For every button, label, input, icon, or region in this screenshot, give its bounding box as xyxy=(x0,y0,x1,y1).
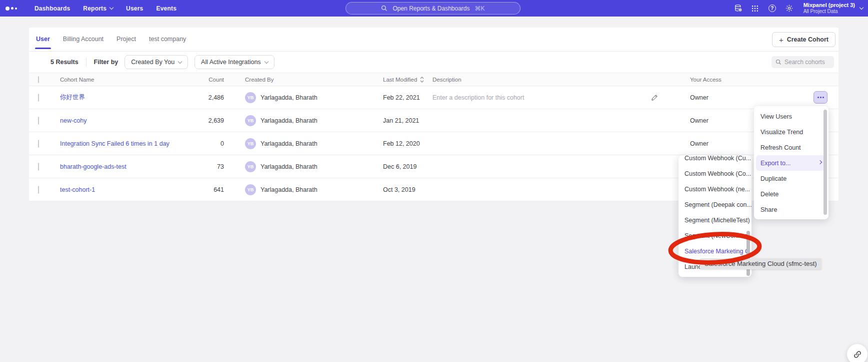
cohort-name-link[interactable]: test-cohort-1 xyxy=(60,186,95,193)
nav-links: Dashboards Reports Users Events xyxy=(28,0,183,17)
last-modified-date: Dec 6, 2019 xyxy=(379,163,432,170)
export-submenu-item[interactable]: Custom Webhook (Co... xyxy=(678,166,752,181)
tab[interactable]: test company xyxy=(148,36,187,51)
apps-grid-icon[interactable] xyxy=(751,4,760,13)
cohort-name-link[interactable]: Integration Sync Failed 6 times in 1 day xyxy=(60,140,170,147)
integrations-filter-dropdown[interactable]: All Active Integrations xyxy=(194,55,274,69)
avatar: YB xyxy=(245,184,256,195)
table-row: new-cohy 2,639 YB Yarlagadda, Bharath Ja… xyxy=(29,109,838,132)
cohort-name-link[interactable]: bharath-google-ads-test xyxy=(60,163,126,170)
col-last-modified[interactable]: Last Modified xyxy=(379,77,432,83)
context-menu-item[interactable]: View Users xyxy=(754,109,828,124)
creator-name: Yarlagadda, Bharath xyxy=(260,140,318,147)
context-menu-item[interactable]: Delete xyxy=(754,186,828,202)
chevron-down-icon xyxy=(110,6,114,10)
col-created-by: Created By xyxy=(224,77,379,83)
last-modified-date: Feb 22, 2021 xyxy=(379,94,432,101)
context-menu-item-label: Delete xyxy=(760,191,778,198)
row-checkbox[interactable] xyxy=(38,163,39,171)
export-submenu-item[interactable]: Segment (MichelleTest) xyxy=(678,212,752,228)
last-modified-date: Oct 3, 2019 xyxy=(379,186,432,193)
export-submenu-item[interactable]: Salesforce Marketing C... xyxy=(678,243,752,259)
row-checkbox[interactable] xyxy=(38,186,39,194)
tab[interactable]: Project xyxy=(116,36,137,51)
export-submenu-item-label: Segment (MichelleTest) xyxy=(684,217,750,224)
description-placeholder[interactable]: Enter a description for this cohort xyxy=(432,94,524,101)
project-scope: All Project Data xyxy=(804,9,855,15)
project-name: Mixpanel (project 3) xyxy=(804,2,855,9)
nav-item[interactable]: Dashboards xyxy=(28,0,76,17)
context-menu-item-label: Duplicate xyxy=(760,175,786,182)
creator-name: Yarlagadda, Bharath xyxy=(260,163,318,170)
search-icon xyxy=(776,59,782,65)
cohort-name-link[interactable]: 你好世界 xyxy=(60,94,85,101)
avatar: YB xyxy=(245,138,256,149)
row-checkbox[interactable] xyxy=(38,140,39,148)
table-row: 你好世界 2,486 YB Yarlagadda, Bharath Feb 22… xyxy=(29,86,838,109)
context-menu-scrollbar[interactable] xyxy=(824,110,827,215)
row-more-actions-button[interactable] xyxy=(814,91,828,104)
edit-pencil-icon[interactable] xyxy=(651,94,658,101)
results-count: 5 Results xyxy=(50,59,78,66)
export-submenu-item-label: Custom Webhook (Co... xyxy=(684,170,751,177)
keyboard-shortcut: ⌘K xyxy=(475,5,485,12)
table-row: Integration Sync Failed 6 times in 1 day… xyxy=(29,132,838,155)
integrations-filter-label: All Active Integrations xyxy=(201,59,261,66)
context-menu-item[interactable]: Duplicate xyxy=(754,171,828,186)
last-modified-date: Jan 21, 2021 xyxy=(379,117,432,124)
nav-item[interactable]: Users xyxy=(120,0,150,17)
nav-right: ? Mixpanel (project 3) All Project Data xyxy=(734,0,863,17)
col-description: Description xyxy=(432,77,662,83)
context-menu-item[interactable]: Export to... xyxy=(756,155,826,171)
global-search-label: Open Reports & Dashboards xyxy=(392,5,470,12)
export-submenu-item[interactable]: Segment (NewConnec... xyxy=(678,228,752,243)
active-tab-underline xyxy=(35,48,51,49)
filter-by-label: Filter by xyxy=(94,59,118,66)
global-search-button[interactable]: Open Reports & Dashboards ⌘K xyxy=(346,2,520,15)
avatar: YB xyxy=(245,92,256,103)
context-menu-item[interactable]: Share xyxy=(754,202,828,217)
cohort-count: 2,486 xyxy=(202,94,224,101)
col-count: Count xyxy=(202,77,224,83)
nav-item[interactable]: Reports xyxy=(76,0,120,17)
context-menu-item[interactable]: Visualize Trend xyxy=(754,124,828,140)
project-switcher[interactable]: Mixpanel (project 3) All Project Data xyxy=(804,2,863,14)
cohort-count: 73 xyxy=(202,163,224,170)
avatar: YB xyxy=(245,115,256,126)
context-menu-item-label: Visualize Trend xyxy=(760,129,803,136)
access-level: Owner xyxy=(662,94,808,101)
mixpanel-logo-icon[interactable] xyxy=(6,7,17,11)
filter-toolbar: 5 Results Filter by Created By You All A… xyxy=(29,52,838,73)
cohort-tabs: User Billing Account Project test compan… xyxy=(29,28,838,52)
context-menu-item[interactable]: Refresh Count xyxy=(754,140,828,155)
context-menu-item-label: Export to... xyxy=(760,160,790,167)
context-menu-item-label: Share xyxy=(760,206,777,213)
select-all-checkbox[interactable] xyxy=(38,76,39,83)
share-link-fab[interactable] xyxy=(847,344,868,362)
tab[interactable]: Billing Account xyxy=(62,36,104,51)
row-checkbox[interactable] xyxy=(38,117,39,125)
tab-label: test company xyxy=(149,36,186,43)
chevron-right-icon xyxy=(818,160,822,164)
create-cohort-button[interactable]: + Create Cohort xyxy=(772,32,836,47)
help-icon[interactable]: ? xyxy=(768,4,776,13)
export-submenu-item-label: Custom Webhook (ne... xyxy=(684,186,750,193)
data-management-icon[interactable] xyxy=(734,4,742,13)
create-cohort-label: Create Cohort xyxy=(787,36,828,43)
nav-item[interactable]: Events xyxy=(150,0,183,17)
link-icon xyxy=(853,350,862,359)
cohort-search-input[interactable] xyxy=(784,59,830,66)
cohort-count: 0 xyxy=(202,140,224,147)
nav-item-label: Reports xyxy=(83,5,106,12)
context-menu-item-label: View Users xyxy=(760,113,792,120)
settings-gear-icon[interactable] xyxy=(785,4,794,13)
row-checkbox[interactable] xyxy=(38,94,39,102)
cohort-search-box[interactable] xyxy=(772,56,834,68)
created-by-filter-dropdown[interactable]: Created By You xyxy=(124,55,188,69)
cohort-name-link[interactable]: new-cohy xyxy=(60,117,87,124)
export-submenu-item[interactable]: Custom Webhook (Cu... xyxy=(678,155,752,166)
export-submenu-item[interactable]: Custom Webhook (ne... xyxy=(678,181,752,197)
export-submenu-item-label: Segment (Deepak con... xyxy=(684,201,752,208)
tab[interactable]: User xyxy=(35,36,51,51)
export-submenu-item[interactable]: Segment (Deepak con... xyxy=(678,197,752,212)
